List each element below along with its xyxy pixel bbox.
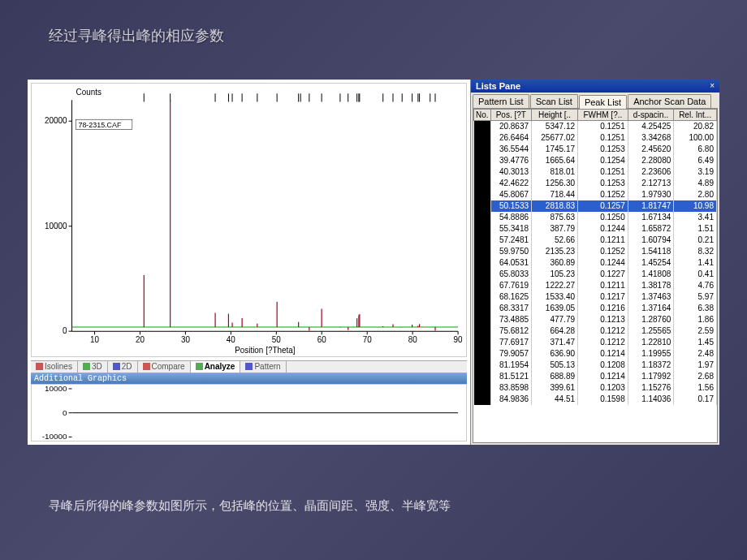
tab-peak-list[interactable]: Peak List <box>579 95 627 109</box>
svg-text:78-2315.CAF: 78-2315.CAF <box>78 121 121 129</box>
chart-tabs: Isolines3D2DCompareAnalyzePattern <box>31 360 467 373</box>
table-row[interactable]: 68.16251533.400.12171.374635.97 <box>474 291 717 303</box>
table-row[interactable]: 73.4885477.790.12131.287601.86 <box>474 314 717 325</box>
lists-pane-titlebar: Lists Pane × <box>471 80 719 93</box>
table-row[interactable]: 42.46221256.300.12532.127134.89 <box>474 178 717 189</box>
chart-pane: Counts10203040506070809001000020000Posit… <box>28 80 470 445</box>
lists-pane-title: Lists Pane <box>476 81 520 91</box>
chart-tab-pattern[interactable]: Pattern <box>240 361 286 373</box>
table-row[interactable]: 59.97502135.230.12521.541188.32 <box>474 246 717 257</box>
tab-label: Compare <box>152 362 185 371</box>
tab-label: 2D <box>122 362 132 371</box>
col-header[interactable]: Rel. Int... <box>674 110 717 121</box>
lists-pane: Lists Pane × Pattern ListScan ListPeak L… <box>470 80 719 445</box>
chart-tab-2d[interactable]: 2D <box>108 361 138 373</box>
svg-text:20000: 20000 <box>45 116 67 125</box>
table-row[interactable]: 83.8598399.610.12031.152761.56 <box>474 382 717 394</box>
svg-text:20: 20 <box>136 335 145 344</box>
chart-tab-3d[interactable]: 3D <box>78 361 108 373</box>
table-row[interactable]: 40.3013818.010.12512.236063.19 <box>474 166 717 178</box>
table-row[interactable]: 26.646425677.020.12513.34268100.00 <box>474 132 717 144</box>
tab-anchor-scan-data[interactable]: Anchor Scan Data <box>628 94 711 108</box>
table-row[interactable]: 65.8033105.230.12271.418080.41 <box>474 269 717 280</box>
svg-text:0: 0 <box>63 407 67 416</box>
tab-icon <box>196 363 203 370</box>
close-icon[interactable]: × <box>710 81 715 91</box>
table-row[interactable]: 81.5121688.890.12141.179922.68 <box>474 371 717 382</box>
app-window: Counts10203040506070809001000020000Posit… <box>28 80 719 445</box>
tab-pattern-list[interactable]: Pattern List <box>473 94 529 108</box>
chart-tab-analyze[interactable]: Analyze <box>191 361 241 373</box>
additional-graphics-title: Additional Graphics <box>31 373 467 384</box>
list-tabs: Pattern ListScan ListPeak ListAnchor Sca… <box>471 93 719 108</box>
svg-text:30: 30 <box>181 335 190 344</box>
svg-text:-10000: -10000 <box>42 432 67 441</box>
svg-text:50: 50 <box>272 335 281 344</box>
col-header[interactable]: Height [.. <box>532 110 578 121</box>
table-row[interactable]: 67.76191222.270.12111.381784.76 <box>474 280 717 291</box>
table-row[interactable]: 36.55441745.170.12532.456206.80 <box>474 144 717 155</box>
tab-label: 3D <box>92 362 102 371</box>
svg-text:80: 80 <box>408 335 417 344</box>
svg-text:40: 40 <box>227 335 235 344</box>
table-row[interactable]: 79.9057636.900.12141.199552.48 <box>474 348 717 360</box>
table-row[interactable]: 20.86375347.120.12514.2542520.82 <box>474 121 717 132</box>
main-chart[interactable]: Counts10203040506070809001000020000Posit… <box>31 83 467 357</box>
col-header[interactable]: FWHM [?.. <box>578 110 628 121</box>
svg-text:0: 0 <box>63 326 67 335</box>
slide-title: 经过寻峰得出峰的相应参数 <box>0 0 747 45</box>
table-row[interactable]: 68.33171639.050.12161.371646.38 <box>474 303 717 314</box>
table-row[interactable]: 81.1954505.130.12081.183721.97 <box>474 360 717 371</box>
tab-icon <box>245 363 253 370</box>
table-row[interactable]: 54.8886875.630.12501.671343.41 <box>474 212 717 223</box>
table-row[interactable]: 50.15332818.830.12571.8174710.98 <box>474 200 717 212</box>
table-row[interactable]: 77.6917371.470.12121.228101.45 <box>474 337 717 348</box>
tab-icon <box>143 363 150 370</box>
table-row[interactable]: 75.6812664.280.12121.255652.59 <box>474 325 717 337</box>
svg-text:10000: 10000 <box>45 222 67 230</box>
svg-text:70: 70 <box>363 335 372 344</box>
svg-text:90: 90 <box>454 335 463 344</box>
tab-icon <box>36 363 43 370</box>
tab-label: Analyze <box>205 362 235 371</box>
table-row[interactable]: 64.0531360.890.12441.452541.41 <box>474 257 717 269</box>
table-row[interactable]: 39.47761665.640.12542.280806.49 <box>474 155 717 166</box>
col-header[interactable]: d-spacin.. <box>628 110 674 121</box>
col-header[interactable]: No. <box>474 110 491 121</box>
svg-text:10: 10 <box>90 335 99 344</box>
tab-scan-list[interactable]: Scan List <box>530 94 578 108</box>
svg-text:Position [?Theta]: Position [?Theta] <box>235 345 295 354</box>
mini-chart[interactable]: -10000010000 <box>31 384 467 442</box>
table-row[interactable]: 55.3418387.790.12441.658721.51 <box>474 223 717 235</box>
tab-icon <box>83 363 90 370</box>
peak-table-wrap[interactable]: No.Pos. [?THeight [..FWHM [?..d-spacin..… <box>473 108 718 443</box>
col-header[interactable]: Pos. [?T <box>490 110 531 121</box>
table-row[interactable]: 57.248152.660.12111.607940.21 <box>474 235 717 246</box>
peak-table: No.Pos. [?THeight [..FWHM [?..d-spacin..… <box>473 109 717 405</box>
chart-tab-isolines[interactable]: Isolines <box>31 361 78 373</box>
svg-text:10000: 10000 <box>45 385 67 393</box>
svg-text:Counts: Counts <box>76 88 101 97</box>
svg-text:60: 60 <box>317 335 326 344</box>
slide-caption: 寻峰后所得的峰参数如图所示，包括峰的位置、晶面间距、强度、半峰宽等 <box>0 498 451 514</box>
tab-label: Pattern <box>254 362 280 371</box>
table-row[interactable]: 45.8067718.440.12521.979302.80 <box>474 189 717 200</box>
tab-icon <box>113 363 120 370</box>
table-row[interactable]: 84.983644.510.15981.140360.17 <box>474 394 717 405</box>
tab-label: Isolines <box>45 362 72 371</box>
chart-tab-compare[interactable]: Compare <box>138 361 191 373</box>
